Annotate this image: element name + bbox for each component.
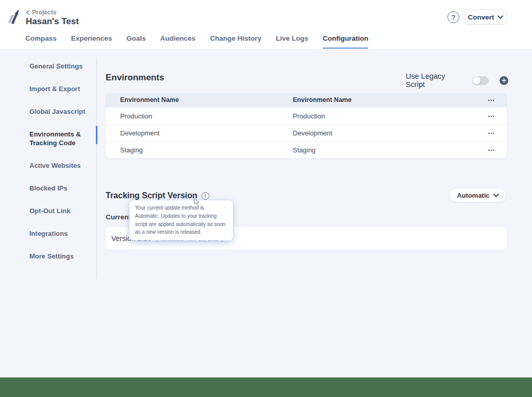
- main-nav-tabs: Compass Experiences Goals Audiences Chan…: [25, 34, 368, 49]
- footer-bar: [0, 377, 532, 397]
- row-menu-icon[interactable]: ⋯: [488, 146, 495, 154]
- use-legacy-script-toggle[interactable]: [472, 76, 489, 85]
- question-mark-icon: ?: [452, 13, 456, 21]
- env-name-cell: Production: [293, 112, 476, 120]
- table-header-menu-icon[interactable]: ⋯: [488, 96, 495, 104]
- env-name-cell: Production: [106, 112, 293, 120]
- env-name-cell: Staging: [106, 146, 293, 154]
- update-method-label: Automatic: [457, 192, 490, 199]
- toggle-knob: [473, 77, 480, 84]
- sidebar-item-environments-tracking-code[interactable]: Environments & Tracking Code: [29, 130, 96, 147]
- tab-goals[interactable]: Goals: [126, 34, 146, 49]
- info-icon[interactable]: i: [202, 192, 209, 200]
- tracking-title-label: Tracking Script Version: [106, 191, 197, 200]
- convert-button-label: Convert: [468, 13, 494, 21]
- sidebar-item-active-websites[interactable]: Active Websites: [29, 161, 96, 170]
- page-title: Hasan's Test: [26, 16, 79, 27]
- row-menu-icon[interactable]: ⋯: [488, 112, 495, 120]
- legacy-script-row: Use Legacy Script +: [406, 72, 508, 89]
- table-row: Staging Staging ⋯: [106, 141, 507, 158]
- app-header: Projects Hasan's Test ? Convert Compass …: [0, 0, 532, 49]
- chevron-down-icon: [493, 194, 499, 197]
- convert-button[interactable]: Convert: [464, 9, 507, 25]
- tracking-version-tooltip: Your current update method is Automatic.…: [129, 200, 233, 240]
- table-header-row: Environment Name Environment Name ⋯: [106, 93, 507, 107]
- help-button[interactable]: ?: [447, 11, 459, 23]
- sidebar-item-more-settings[interactable]: More Settings: [29, 252, 96, 261]
- plus-icon: +: [502, 77, 506, 84]
- tab-change-history[interactable]: Change History: [210, 34, 261, 49]
- tab-audiences[interactable]: Audiences: [160, 34, 195, 49]
- settings-sidebar: General Settings Import & Export Global …: [29, 62, 96, 261]
- environments-table: Environment Name Environment Name ⋯ Prod…: [106, 93, 507, 158]
- update-method-dropdown[interactable]: Automatic: [449, 188, 507, 202]
- mouse-pointer-icon: [194, 198, 200, 208]
- tab-configuration[interactable]: Configuration: [323, 34, 368, 49]
- tab-live-logs[interactable]: Live Logs: [276, 34, 308, 49]
- chevron-down-icon: [497, 15, 503, 19]
- row-menu-icon[interactable]: ⋯: [488, 129, 495, 137]
- sidebar-item-global-javascript[interactable]: Global Javascript: [29, 107, 96, 116]
- sidebar-divider: [96, 58, 97, 279]
- env-name-cell: Development: [106, 129, 293, 137]
- env-name-cell: Staging: [293, 146, 476, 154]
- sidebar-active-indicator: [96, 126, 97, 144]
- app-logo-icon: [6, 8, 22, 25]
- sidebar-item-general-settings[interactable]: General Settings: [29, 62, 96, 71]
- add-environment-button[interactable]: +: [500, 76, 508, 85]
- sidebar-item-opt-out-link[interactable]: Opt-Out Link: [29, 206, 96, 215]
- breadcrumb-label: Projects: [32, 9, 56, 16]
- table-row: Development Development ⋯: [106, 124, 507, 141]
- column-header-environment-name-1: Environment Name: [106, 96, 293, 103]
- sidebar-item-integrations[interactable]: Integrations: [29, 229, 96, 238]
- sidebar-item-import-export[interactable]: Import & Export: [29, 84, 96, 93]
- use-legacy-script-label: Use Legacy Script: [406, 72, 466, 89]
- column-header-environment-name-2: Environment Name: [293, 96, 476, 103]
- environments-section-title: Environments: [106, 73, 164, 83]
- tab-compass[interactable]: Compass: [25, 34, 57, 49]
- tab-experiences[interactable]: Experiences: [71, 34, 112, 49]
- chevron-left-icon: [26, 10, 30, 15]
- breadcrumb[interactable]: Projects: [26, 9, 56, 16]
- table-row: Production Production ⋯: [106, 107, 507, 124]
- sidebar-item-blocked-ips[interactable]: Blocked IPs: [29, 184, 96, 193]
- app-screen: Projects Hasan's Test ? Convert Compass …: [0, 0, 532, 397]
- env-name-cell: Development: [293, 129, 476, 137]
